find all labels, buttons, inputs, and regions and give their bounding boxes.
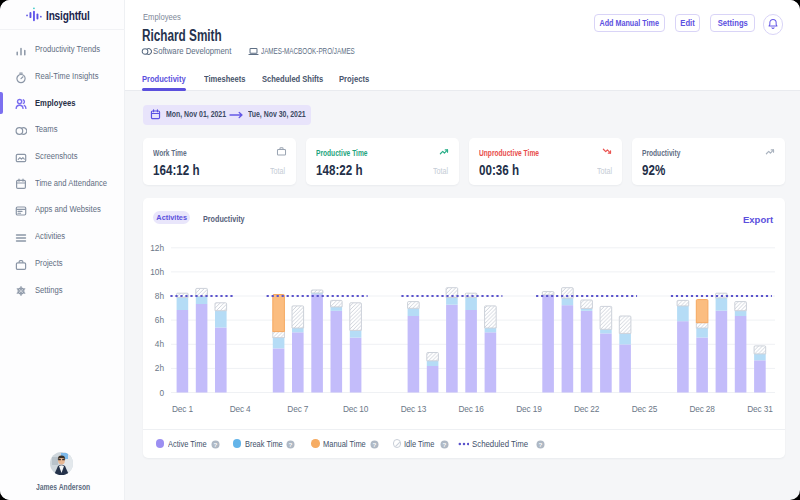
svg-text:Dec 1: Dec 1 [172,404,193,414]
svg-text:Dec 7: Dec 7 [287,404,308,414]
svg-text:8h: 8h [155,291,165,301]
svg-text:?: ? [372,440,376,447]
svg-text:Dec 28: Dec 28 [689,404,715,414]
svg-text:4h: 4h [155,339,165,349]
svg-text:0: 0 [159,388,164,398]
svg-text:Dec 16: Dec 16 [458,404,484,414]
svg-text:?: ? [538,440,542,447]
svg-text:2h: 2h [155,363,165,373]
svg-text:Dec 19: Dec 19 [516,404,542,414]
svg-text:Dec 31: Dec 31 [747,404,773,414]
svg-text:?: ? [213,440,217,447]
svg-text:?: ? [289,440,293,447]
svg-text:Dec 25: Dec 25 [632,404,658,414]
svg-text:Dec 13: Dec 13 [401,404,427,414]
svg-text:6h: 6h [155,315,165,325]
svg-text:10h: 10h [150,267,164,277]
svg-text:Dec 4: Dec 4 [230,404,251,414]
svg-text:Dec 22: Dec 22 [574,404,600,414]
svg-text:?: ? [443,440,447,447]
svg-text:12h: 12h [150,243,164,253]
svg-text:Dec 10: Dec 10 [343,404,369,414]
